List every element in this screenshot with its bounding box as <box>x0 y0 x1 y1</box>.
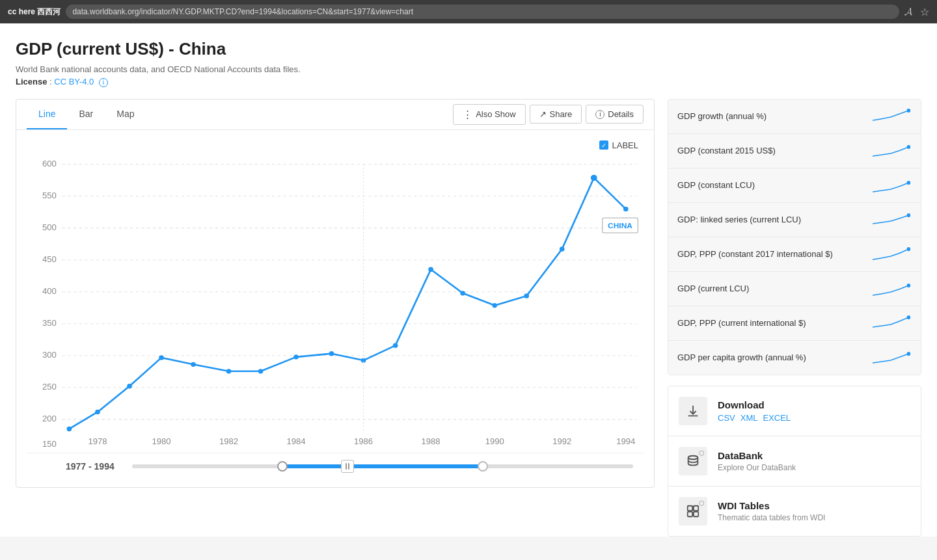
ext-badge-databank: ⬡ <box>699 449 705 460</box>
svg-point-40 <box>460 291 465 295</box>
also-show-icon: ⋮ <box>463 109 472 120</box>
browser-icons: 𝓐 ☆ <box>904 6 929 18</box>
range-handle-right[interactable] <box>478 461 488 472</box>
svg-rect-59 <box>694 505 698 510</box>
related-item-4[interactable]: GDP, PPP (constant 2017 international $) <box>668 237 921 272</box>
related-item-label-3: GDP: linked series (current LCU) <box>677 215 801 224</box>
page-subtitle: World Bank national accounts data, and O… <box>16 64 921 74</box>
sparkline-2 <box>873 176 912 194</box>
reader-icon[interactable]: 𝓐 <box>904 6 912 18</box>
range-handle-middle[interactable] <box>341 460 354 473</box>
action-card-databank[interactable]: ⬡ DataBank Explore Our DataBank <box>668 436 921 487</box>
related-item-3[interactable]: GDP: linked series (current LCU) <box>668 203 921 237</box>
svg-text:400: 400 <box>42 286 57 296</box>
svg-rect-61 <box>694 511 698 516</box>
svg-text:500: 500 <box>42 222 57 232</box>
ext-badge-wdi: ⬡ <box>699 500 705 510</box>
svg-text:350: 350 <box>42 318 57 328</box>
action-card-title-download: Download <box>718 399 791 410</box>
action-card-title-wdi: WDI Tables <box>718 500 825 511</box>
related-item-6[interactable]: GDP, PPP (current international $) <box>668 306 921 341</box>
download-link-csv[interactable]: CSV <box>718 413 735 423</box>
sparkline-6 <box>873 314 912 332</box>
related-item-2[interactable]: GDP (constant LCU) <box>668 168 921 203</box>
share-button[interactable]: ↗ Share <box>530 105 582 124</box>
svg-point-45 <box>623 206 629 211</box>
action-card-download[interactable]: Download CSVXMLEXCEL <box>668 386 921 436</box>
page-license: License : CC BY-4.0 i <box>16 77 921 87</box>
svg-text:1986: 1986 <box>354 436 373 446</box>
license-link[interactable]: CC BY-4.0 <box>54 77 94 87</box>
line-chart-svg: 600 550 500 450 400 350 300 250 200 150 <box>27 140 644 453</box>
svg-text:450: 450 <box>42 254 57 264</box>
action-card-subtitle-wdi: Thematic data tables from WDI <box>718 513 825 522</box>
related-item-1[interactable]: GDP (constant 2015 US$) <box>668 134 921 168</box>
details-label: Details <box>608 109 634 119</box>
page-title: GDP (current US$) - China <box>16 39 921 59</box>
svg-point-31 <box>159 355 164 360</box>
related-item-label-2: GDP (constant LCU) <box>677 180 755 190</box>
svg-text:1982: 1982 <box>219 436 238 446</box>
share-icon: ↗ <box>539 109 547 119</box>
sparkline-0 <box>873 107 912 126</box>
svg-point-52 <box>907 213 911 217</box>
svg-text:1980: 1980 <box>152 436 170 446</box>
tab-bar[interactable]: Bar <box>67 100 105 129</box>
svg-text:1984: 1984 <box>287 436 306 446</box>
sparkline-5 <box>873 280 912 298</box>
svg-point-41 <box>492 302 497 307</box>
action-card-wdi[interactable]: ⬡ WDI Tables Thematic data tables from W… <box>668 487 921 536</box>
svg-text:150: 150 <box>42 438 57 448</box>
details-icon: i <box>595 110 604 119</box>
svg-point-34 <box>258 369 264 373</box>
range-track <box>132 464 633 468</box>
tab-line[interactable]: Line <box>27 100 67 129</box>
svg-point-33 <box>226 369 232 373</box>
svg-point-29 <box>95 409 100 414</box>
svg-point-50 <box>907 145 911 149</box>
related-item-label-6: GDP, PPP (current international $) <box>677 318 806 328</box>
svg-point-53 <box>907 247 911 251</box>
svg-point-54 <box>907 284 911 287</box>
chart-actions: ⋮ Also Show ↗ Share i Details <box>453 104 644 125</box>
range-handle-left[interactable] <box>277 461 288 472</box>
svg-text:1992: 1992 <box>552 436 571 446</box>
svg-point-44 <box>591 174 597 180</box>
svg-text:1990: 1990 <box>485 436 504 446</box>
also-show-button[interactable]: ⋮ Also Show <box>453 104 525 125</box>
svg-point-36 <box>329 351 334 356</box>
details-button[interactable]: i Details <box>586 105 644 124</box>
related-item-label-4: GDP, PPP (constant 2017 international $) <box>677 249 833 259</box>
download-links: CSVXMLEXCEL <box>718 413 791 423</box>
svg-point-57 <box>688 455 698 459</box>
action-card-icon-databank: ⬡ <box>679 447 707 475</box>
svg-text:1988: 1988 <box>422 436 441 446</box>
share-label: Share <box>550 109 573 119</box>
address-bar[interactable]: data.worldbank.org/indicator/NY.GDP.MKTP… <box>66 5 899 19</box>
related-item-label-1: GDP (constant 2015 US$) <box>677 146 776 155</box>
info-icon[interactable]: i <box>99 78 108 87</box>
sparkline-1 <box>873 142 912 160</box>
svg-text:550: 550 <box>42 191 57 200</box>
related-list: GDP growth (annual %) GDP (constant 2015… <box>668 99 921 375</box>
tab-map[interactable]: Map <box>105 100 146 129</box>
bookmark-icon[interactable]: ☆ <box>920 6 929 18</box>
chart-body: ✓ LABEL 600 550 500 450 400 350 300 250 <box>16 130 654 487</box>
svg-text:1978: 1978 <box>88 436 107 446</box>
svg-text:1994: 1994 <box>616 436 635 446</box>
related-item-7[interactable]: GDP per capita growth (annual %) <box>668 341 921 375</box>
action-card-text-wdi: WDI Tables Thematic data tables from WDI <box>718 500 825 522</box>
svg-text:200: 200 <box>42 414 57 423</box>
browser-bar: cc here 西西河 data.worldbank.org/indicator… <box>0 0 937 23</box>
svg-point-28 <box>67 426 72 431</box>
svg-rect-60 <box>688 511 692 516</box>
action-card-text-databank: DataBank Explore Our DataBank <box>718 450 796 472</box>
download-link-excel[interactable]: EXCEL <box>763 413 791 423</box>
related-item-5[interactable]: GDP (current LCU) <box>668 272 921 306</box>
download-link-xml[interactable]: XML <box>740 413 758 423</box>
range-label: 1977 - 1994 <box>66 461 124 472</box>
related-item-label-7: GDP per capita growth (annual %) <box>677 353 806 362</box>
svg-point-43 <box>560 247 565 251</box>
svg-point-42 <box>524 293 529 298</box>
related-item-0[interactable]: GDP growth (annual %) <box>668 100 921 134</box>
